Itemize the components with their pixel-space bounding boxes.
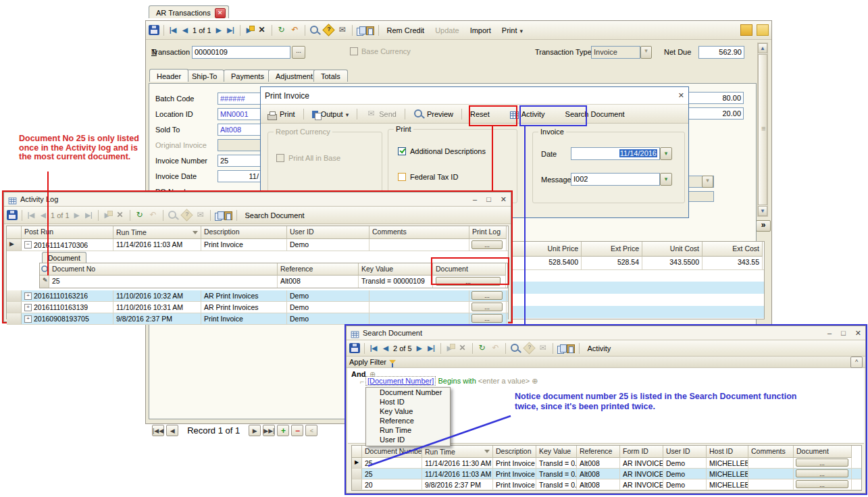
activity-button[interactable]: Activity: [584, 343, 615, 354]
record-next-button[interactable]: ▶: [249, 425, 261, 436]
copy-icon[interactable]: [357, 28, 363, 36]
rem-credit-button[interactable]: Rem Credit: [383, 25, 429, 36]
column-comments[interactable]: Comments: [748, 446, 794, 458]
subgrid-row[interactable]: ✎ 25 Alt008 TransId = 00000109 ...: [40, 276, 507, 288]
reset-button[interactable]: Reset: [466, 109, 494, 120]
detail-grid-row[interactable]: 528.5400 528.54 343.5500 343.55: [511, 257, 764, 270]
paste-icon[interactable]: [224, 211, 232, 220]
column-reference[interactable]: Reference: [278, 263, 359, 276]
expand-grid-button[interactable]: »: [756, 220, 771, 232]
column-document[interactable]: Document: [794, 446, 852, 458]
record-last-button[interactable]: ▶▶|: [263, 425, 275, 436]
search-document-button[interactable]: Search Document: [561, 109, 629, 120]
undo-icon[interactable]: [290, 25, 301, 35]
record-first-button[interactable]: |◀◀: [152, 425, 164, 436]
paste-icon[interactable]: [567, 344, 575, 353]
column-ext-price[interactable]: Ext Price: [582, 242, 642, 257]
print-log-button[interactable]: ...: [471, 240, 503, 249]
print-log-button[interactable]: ...: [471, 291, 503, 300]
activity-row-4[interactable]: +20160908193705 9/8/2016 2:37 PM Print I…: [7, 313, 508, 325]
email-icon[interactable]: [337, 25, 348, 35]
add-condition-icon[interactable]: ⊕: [532, 377, 538, 385]
first-record-icon[interactable]: [168, 25, 178, 35]
preview-button[interactable]: Preview: [409, 107, 457, 120]
refresh-icon[interactable]: [276, 25, 287, 35]
new-record-icon[interactable]: [245, 25, 254, 35]
document-button[interactable]: ...: [436, 277, 501, 286]
save-icon[interactable]: [149, 25, 159, 35]
column-run-time[interactable]: Run Time: [113, 226, 201, 239]
minimize-icon[interactable]: –: [827, 329, 832, 338]
tab-totals[interactable]: Totals: [313, 70, 348, 82]
refresh-icon[interactable]: [134, 210, 145, 220]
column-document-no[interactable]: Document No: [49, 263, 278, 276]
activity-row-1[interactable]: ▶ −20161114170306 11/14/2016 11:03 AM Pr…: [7, 239, 508, 251]
print-menu-button[interactable]: Print: [498, 25, 527, 36]
previous-record-icon[interactable]: [381, 343, 390, 353]
print-button[interactable]: Print: [263, 109, 299, 120]
vertical-scrollbar[interactable]: ▲ ▼: [757, 43, 768, 217]
document-button[interactable]: ...: [796, 469, 848, 477]
next-record-icon[interactable]: [214, 25, 224, 35]
save-icon[interactable]: [7, 210, 18, 220]
search-row-2[interactable]: 25 11/14/2016 11:03 AM Print Invoice Tra…: [352, 469, 861, 479]
save-icon[interactable]: [349, 343, 360, 353]
column-reference[interactable]: Reference: [577, 446, 620, 458]
message-dropdown-button[interactable]: ▾: [660, 173, 672, 186]
activity-button[interactable]: Activity: [506, 109, 549, 120]
filter-icon[interactable]: [389, 360, 396, 364]
additional-descriptions-checkbox[interactable]: [398, 147, 406, 155]
scroll-down-button[interactable]: ▼: [758, 206, 767, 216]
minimize-icon[interactable]: –: [473, 195, 477, 204]
notes-icon[interactable]: [757, 24, 769, 36]
date-field[interactable]: 11/14/2016: [571, 147, 660, 160]
transaction-no-finder-button[interactable]: ...: [292, 46, 305, 59]
transaction-no-input[interactable]: 00000109: [192, 46, 290, 59]
record-collapse-button[interactable]: <: [305, 425, 317, 436]
delete-icon[interactable]: [257, 25, 267, 35]
document-button[interactable]: ...: [796, 459, 848, 467]
dropdown-item-host-id[interactable]: Host ID: [366, 397, 450, 407]
maximize-icon[interactable]: □: [486, 195, 491, 204]
users-icon[interactable]: [740, 24, 752, 36]
preview-icon[interactable]: [310, 26, 318, 34]
dropdown-item-user-id[interactable]: User ID: [366, 435, 450, 444]
copy-icon[interactable]: [557, 346, 564, 354]
column-key-value[interactable]: Key Value: [536, 446, 577, 458]
column-document[interactable]: Document: [433, 263, 506, 276]
tab-header[interactable]: Header: [149, 69, 188, 82]
search-row-3[interactable]: 20 9/8/2016 2:37 PM Print Invoice TransI…: [352, 479, 861, 490]
column-form-id[interactable]: Form ID: [620, 446, 663, 458]
filter-value-placeholder[interactable]: <enter a value>: [478, 377, 530, 385]
activity-row-3[interactable]: +20161110163139 11/10/2016 10:31 AM AR P…: [7, 302, 508, 313]
subgrid-search-icon[interactable]: [40, 263, 49, 276]
tab-adjustment[interactable]: Adjustment: [268, 70, 320, 82]
search-document-button[interactable]: Search Document: [241, 210, 309, 221]
column-unit-cost[interactable]: Unit Cost: [642, 242, 703, 257]
copy-icon[interactable]: [215, 213, 222, 221]
tab-close-icon[interactable]: ✕: [215, 8, 226, 18]
next-record-icon[interactable]: [415, 343, 424, 353]
tab-ship-to[interactable]: Ship-To: [184, 70, 224, 82]
collapse-row-icon[interactable]: −: [24, 241, 32, 248]
last-record-icon[interactable]: [226, 25, 236, 35]
first-record-icon[interactable]: [369, 343, 378, 353]
print-log-button[interactable]: ...: [471, 314, 503, 323]
expand-row-icon[interactable]: +: [24, 292, 32, 300]
federal-tax-id-checkbox[interactable]: [398, 173, 406, 181]
search-row-1[interactable]: ▶ 25 11/14/2016 11:30 AM Print Invoice T…: [352, 458, 861, 469]
dropdown-item-document-number[interactable]: Document Number: [366, 388, 450, 397]
refresh-icon[interactable]: [477, 343, 488, 353]
dropdown-item-reference[interactable]: Reference: [366, 416, 450, 425]
column-run-time[interactable]: Run Time: [422, 446, 493, 458]
paste-icon[interactable]: [366, 26, 374, 35]
scroll-up-button[interactable]: ▲: [758, 43, 767, 53]
column-unit-price[interactable]: Unit Price: [511, 242, 582, 257]
close-icon[interactable]: ✕: [855, 329, 861, 338]
expand-row-icon[interactable]: +: [24, 315, 32, 323]
column-description[interactable]: Description: [201, 226, 287, 239]
record-add-button[interactable]: +: [277, 425, 289, 436]
ar-transactions-tab[interactable]: AR Transactions ✕: [149, 5, 229, 18]
column-print-log[interactable]: Print Log: [469, 226, 507, 239]
previous-record-icon[interactable]: [180, 25, 190, 35]
